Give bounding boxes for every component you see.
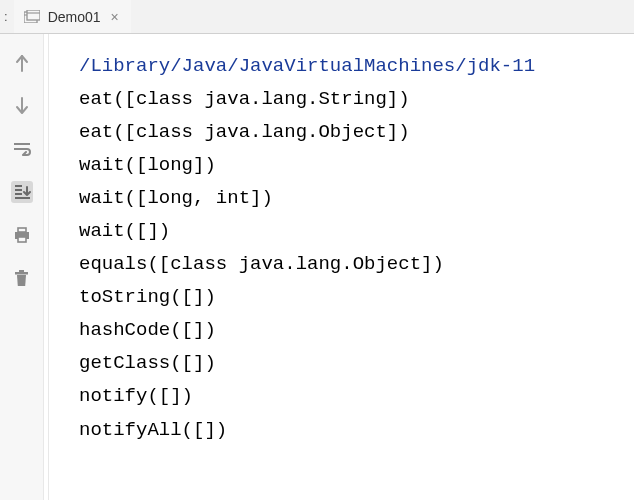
console-line: equals([class java.lang.Object]) <box>79 248 634 281</box>
gutter-toolbar <box>0 34 44 500</box>
tab-bar: : Demo01 × <box>0 0 634 34</box>
console-line: eat([class java.lang.Object]) <box>79 116 634 149</box>
svg-rect-11 <box>18 237 26 242</box>
console-line: notify([]) <box>79 380 634 413</box>
print-icon[interactable] <box>11 224 33 246</box>
close-icon[interactable]: × <box>109 9 121 25</box>
console-line: getClass([]) <box>79 347 634 380</box>
main-area: /Library/Java/JavaVirtualMachines/jdk-11… <box>0 34 634 500</box>
console-line: eat([class java.lang.String]) <box>79 83 634 116</box>
prefix-label: : <box>2 9 14 24</box>
console-output[interactable]: /Library/Java/JavaVirtualMachines/jdk-11… <box>48 34 634 500</box>
arrow-down-icon[interactable] <box>11 95 33 117</box>
trash-icon[interactable] <box>11 267 33 289</box>
window-icon <box>24 10 40 24</box>
console-line: notifyAll([]) <box>79 414 634 447</box>
arrow-up-icon[interactable] <box>11 52 33 74</box>
console-line: wait([]) <box>79 215 634 248</box>
console-line: wait([long]) <box>79 149 634 182</box>
soft-wrap-icon[interactable] <box>11 138 33 160</box>
scroll-to-end-icon[interactable] <box>11 181 33 203</box>
svg-rect-13 <box>15 272 28 275</box>
console-line: hashCode([]) <box>79 314 634 347</box>
svg-rect-9 <box>18 228 26 232</box>
tab-demo01[interactable]: Demo01 × <box>14 0 131 33</box>
tab-title: Demo01 <box>48 9 101 25</box>
console-line: wait([long, int]) <box>79 182 634 215</box>
svg-rect-12 <box>19 270 24 272</box>
console-line: /Library/Java/JavaVirtualMachines/jdk-11 <box>79 50 634 83</box>
svg-rect-2 <box>27 10 40 20</box>
console-line: toString([]) <box>79 281 634 314</box>
